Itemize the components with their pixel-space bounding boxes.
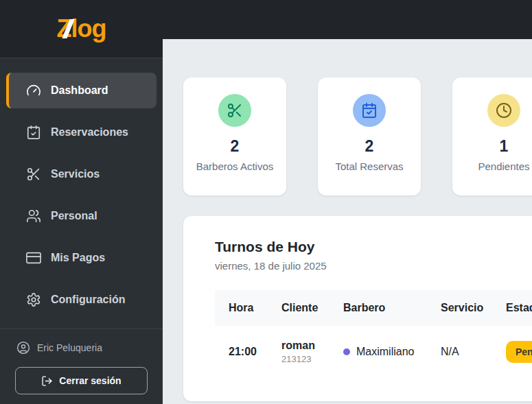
table-row[interactable]: 21:00 roman 213123 Maximiliano N/A: [215, 326, 532, 378]
cliente-name: roman: [281, 340, 343, 352]
turnos-table: Hora Cliente Barbero Servicio Estado 21:…: [215, 290, 532, 378]
sidebar-footer: Eric Peluqueria Cerrar sesión: [0, 329, 163, 404]
stat-value: 1: [500, 137, 509, 156]
top-bar: [163, 0, 532, 39]
user-circle-icon: [16, 341, 30, 355]
sidebar-item-label: Dashboard: [51, 84, 108, 97]
stat-label: Pendientes: [468, 159, 532, 174]
cell-hora: 21:00: [215, 332, 281, 372]
column-header-cliente: Cliente: [281, 290, 343, 326]
sidebar-item-label: Configuración: [51, 294, 125, 306]
column-header-barbero: Barbero: [343, 290, 441, 326]
cliente-id: 213123: [281, 354, 343, 364]
scissors-icon: [218, 94, 251, 127]
sidebar-item-label: Personal: [51, 210, 97, 222]
table-header-row: Hora Cliente Barbero Servicio Estado: [215, 290, 532, 326]
sidebar-item-mis-pagos[interactable]: Mis Pagos: [6, 240, 157, 276]
stat-card-barberos-activos: 2 Barberos Activos: [183, 78, 286, 195]
logo-rest: log: [71, 14, 106, 43]
stat-label: Total Reservas: [325, 159, 413, 174]
app-logo: Zlog: [57, 14, 106, 43]
main-area: 2 Barberos Activos 2 Total Reservas 1 Pe…: [163, 0, 532, 404]
barbero-status-dot: [343, 348, 350, 355]
logout-button[interactable]: Cerrar sesión: [15, 367, 148, 394]
users-icon: [26, 209, 41, 224]
column-header-estado: Estado: [506, 290, 532, 326]
scissors-icon: [26, 167, 41, 182]
turnos-de-hoy-card: Turnos de Hoy viernes, 18 de julio 2025 …: [183, 216, 532, 401]
logout-icon: [41, 375, 53, 387]
status-badge: Pendiente: [506, 341, 532, 363]
gauge-icon: [26, 83, 41, 98]
stat-card-pendientes: 1 Pendientes: [452, 78, 532, 195]
stat-value: 2: [365, 137, 374, 156]
logout-label: Cerrar sesión: [59, 375, 121, 386]
stats-row: 2 Barberos Activos 2 Total Reservas 1 Pe…: [183, 78, 532, 195]
content-area: 2 Barberos Activos 2 Total Reservas 1 Pe…: [163, 39, 532, 404]
column-header-servicio: Servicio: [441, 290, 506, 326]
sidebar-item-label: Servicios: [51, 168, 100, 180]
sidebar: Zlog Dashboard Reservaciones Servicios P…: [0, 0, 163, 404]
calendar-check-icon: [26, 125, 41, 140]
column-header-hora: Hora: [215, 290, 281, 326]
sidebar-nav: Dashboard Reservaciones Servicios Person…: [0, 58, 163, 324]
sidebar-item-label: Mis Pagos: [51, 252, 105, 264]
cell-estado: Pendiente: [506, 327, 532, 377]
user-row: Eric Peluqueria: [15, 341, 148, 355]
sidebar-item-personal[interactable]: Personal: [6, 198, 157, 234]
card-subtitle: viernes, 18 de julio 2025: [215, 260, 532, 272]
clock-icon: [487, 94, 520, 127]
sidebar-item-label: Reservaciones: [51, 126, 128, 139]
sidebar-item-servicios[interactable]: Servicios: [6, 156, 157, 192]
gear-icon: [26, 292, 41, 307]
logo-area: Zlog: [0, 0, 163, 58]
table-body: 21:00 roman 213123 Maximiliano N/A: [215, 326, 532, 378]
calendar-check-icon: [353, 94, 386, 127]
cell-cliente: roman 213123: [281, 326, 343, 378]
stat-value: 2: [231, 137, 240, 156]
user-name: Eric Peluqueria: [37, 342, 102, 353]
cell-servicio: N/A: [441, 332, 506, 372]
stat-label: Barberos Activos: [187, 159, 284, 174]
barbero-name: Maximiliano: [356, 346, 414, 358]
cell-barbero: Maximiliano: [343, 332, 441, 372]
sidebar-item-configuracion[interactable]: Configuración: [6, 282, 157, 318]
sidebar-item-reservaciones[interactable]: Reservaciones: [6, 115, 157, 150]
app-window: Zlog Dashboard Reservaciones Servicios P…: [0, 0, 532, 404]
card-title: Turnos de Hoy: [215, 239, 532, 255]
stat-card-total-reservas: 2 Total Reservas: [318, 78, 421, 195]
sidebar-item-dashboard[interactable]: Dashboard: [6, 73, 157, 108]
credit-card-icon: [26, 250, 41, 265]
